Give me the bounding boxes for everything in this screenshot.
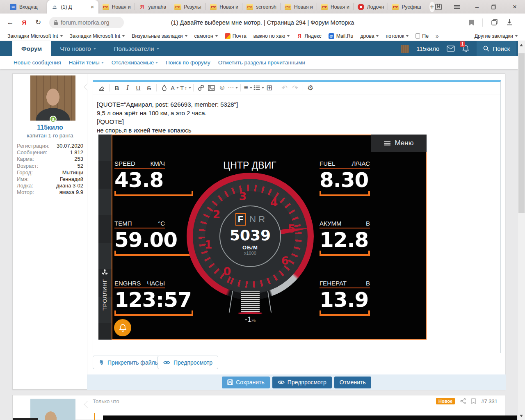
table-icon[interactable]: ⊞ — [264, 83, 275, 93]
browser-tab[interactable]: РФ Новая и — [281, 0, 317, 14]
nav-tab-whats-new[interactable]: Что нового — [51, 41, 105, 56]
bookmark-item[interactable]: Пе — [415, 33, 429, 39]
browser-tab-active[interactable]: (1) Д × — [47, 0, 98, 14]
link-icon[interactable] — [196, 83, 206, 93]
underline-icon[interactable]: U — [133, 83, 144, 93]
stat-row: Мотор:ямаха 9.9 — [17, 189, 83, 196]
post-timestamp[interactable]: Только что — [93, 398, 119, 404]
bookmark-folder[interactable]: Визуальные закладки — [132, 33, 187, 39]
scrollbar-thumb[interactable] — [518, 53, 525, 213]
bookmarks-panel-icon[interactable] — [435, 3, 444, 11]
rpm-value: 5039 — [230, 227, 271, 244]
undo-icon[interactable]: ↶ — [279, 83, 290, 93]
avatar[interactable] — [30, 399, 75, 420]
avatar[interactable] — [401, 45, 409, 53]
profile-username[interactable]: 115кило — [13, 124, 87, 131]
subnav-watched[interactable]: Отслеживаемые — [112, 59, 158, 66]
chevron-down-icon — [122, 35, 125, 37]
alerts-button[interactable]: 1 — [462, 45, 469, 52]
subnav-new-posts[interactable]: Новые сообщения — [14, 59, 61, 66]
browser-window: ✉ Входящ (1) Д × РФ Новая и Я yamaha РФ … — [0, 0, 525, 420]
online-status-badge — [50, 116, 57, 123]
browser-tab[interactable]: Я yamaha — [135, 0, 171, 14]
bookmark-item[interactable]: ЯЯндекс — [297, 33, 321, 39]
quote-border — [94, 413, 95, 420]
nav-tab-members[interactable]: Пользователи — [105, 41, 168, 56]
scrollbar[interactable] — [518, 41, 525, 420]
browser-tab[interactable]: ✉ Входящ — [6, 0, 47, 14]
user-banner — [13, 418, 38, 420]
remove-format-icon[interactable] — [96, 83, 107, 93]
bookmark-folder[interactable]: потолок — [386, 33, 409, 39]
browser-tab[interactable]: РФ Новая и — [317, 0, 354, 14]
bookmark-item[interactable]: Почта — [225, 33, 247, 39]
subnav-find-threads[interactable]: Найти темы — [69, 59, 104, 66]
browser-tab[interactable]: РФ Новая и — [98, 0, 135, 14]
post-number[interactable]: #7 331 — [481, 398, 498, 404]
bold-icon[interactable]: B — [112, 83, 122, 93]
scroll-down-icon[interactable] — [520, 415, 523, 417]
avatar[interactable] — [30, 75, 75, 121]
page-title: (1) Давайте выберем мне мотор. | Страниц… — [0, 19, 525, 26]
close-tab-icon[interactable]: × — [91, 4, 94, 10]
scroll-up-icon[interactable] — [520, 44, 523, 46]
quoted-image[interactable] — [103, 415, 517, 420]
editor-settings-icon[interactable]: ⚙ — [305, 83, 316, 93]
new-tab-button[interactable]: + — [429, 2, 435, 12]
bookmark-folder[interactable]: дрова — [360, 33, 379, 39]
insert-image-icon[interactable] — [206, 83, 217, 93]
browser-tab[interactable]: РФ Результ — [170, 0, 206, 14]
engine-dashboard-image[interactable]: ТРОЛЛИНГ Меню ЦНТР ДВИГ SPEEDКМ/Ч 43.8 Т… — [98, 135, 427, 340]
more-options-icon[interactable]: ⋯ — [228, 83, 238, 93]
browser-tab[interactable]: Лодочн — [354, 0, 388, 14]
strikethrough-icon[interactable]: S — [144, 83, 154, 93]
bookmark-icon[interactable] — [471, 398, 476, 404]
list-icon[interactable] — [253, 83, 264, 93]
window-controls: – × — [435, 3, 525, 11]
cancel-button[interactable]: Отменить — [334, 377, 371, 388]
bookmark-item[interactable]: @Mail.Ru — [329, 33, 354, 39]
bookmark-folder[interactable]: Закладки Microsoft Int — [7, 33, 63, 39]
browser-tab[interactable]: РФ screensh — [242, 0, 281, 14]
subnav-search-forum[interactable]: Поиск по форуму — [166, 59, 210, 66]
person-icon — [51, 117, 55, 121]
bookmarks-overflow-icon[interactable]: » — [436, 33, 439, 39]
reply-editor[interactable]: B I U S A T↕ ☺ ⋯ ≡ ⊞ ↶ ↷ — [93, 80, 501, 353]
text-color-icon[interactable] — [159, 83, 169, 93]
bookmark-page-icon[interactable] — [469, 19, 474, 26]
browser-menu-icon[interactable] — [454, 5, 463, 9]
save-button[interactable]: Сохранить — [222, 377, 270, 388]
share-icon[interactable] — [460, 398, 466, 404]
search-button[interactable]: Поиск — [477, 41, 516, 56]
subnav-mark-read[interactable]: Отметить разделы прочитанными — [218, 59, 305, 66]
mailru-icon: @ — [329, 33, 334, 39]
collections-icon[interactable] — [491, 19, 498, 26]
bookmark-folder[interactable]: Закладки Microsoft Int — [70, 33, 125, 39]
browser-tab[interactable]: РФ Новая и — [206, 0, 242, 14]
alignment-icon[interactable]: ≡ — [243, 83, 253, 93]
preview-button[interactable]: Предпросмотр — [272, 377, 332, 388]
download-icon[interactable] — [506, 19, 513, 26]
bell-icon — [119, 324, 127, 332]
smilies-icon[interactable]: ☺ — [217, 83, 228, 93]
chevron-down-icon — [250, 87, 252, 89]
browser-tab[interactable]: РФ Русфиш — [388, 0, 425, 14]
attach-files-button[interactable]: Прикрепить файлы — [93, 356, 165, 369]
redo-icon[interactable]: ↷ — [290, 83, 301, 93]
italic-icon[interactable]: I — [122, 83, 133, 93]
messages-icon[interactable] — [447, 46, 455, 52]
bookmark-folder[interactable]: важно по хаю — [253, 33, 290, 39]
minimize-icon[interactable]: – — [472, 3, 482, 10]
gear-forward: F — [235, 213, 246, 226]
divider — [109, 84, 110, 91]
preview-button-top[interactable]: Предпросмотр — [158, 356, 218, 369]
nav-tab-forum[interactable]: Форум — [12, 41, 51, 56]
font-size-icon[interactable]: T↕ — [180, 83, 191, 93]
other-bookmarks-folder[interactable]: Другие закладки — [475, 33, 518, 39]
close-window-icon[interactable]: × — [510, 3, 519, 11]
nav-username[interactable]: 115кило — [416, 45, 439, 52]
font-family-icon[interactable]: A — [169, 83, 180, 93]
bookmark-folder[interactable]: самогон — [194, 33, 218, 39]
editor-text[interactable]: [QUOTE="Адмирал, post: 626693, member: 5… — [97, 100, 238, 135]
restore-icon[interactable] — [491, 5, 500, 9]
